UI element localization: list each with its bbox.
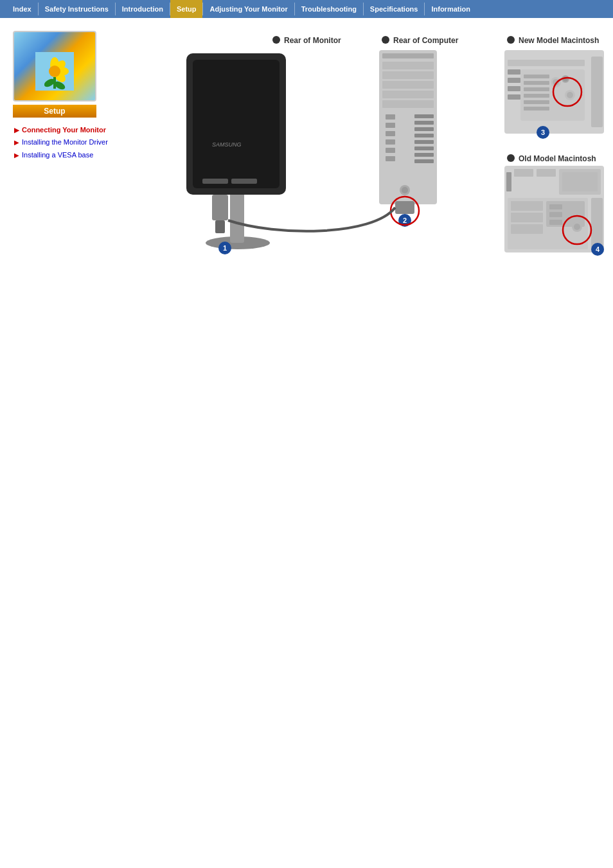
svg-rect-80 bbox=[514, 169, 533, 177]
svg-rect-62 bbox=[524, 81, 549, 85]
svg-rect-43 bbox=[414, 127, 434, 131]
svg-rect-88 bbox=[511, 224, 543, 234]
svg-text:4: 4 bbox=[596, 245, 600, 253]
flower-icon bbox=[35, 52, 74, 91]
svg-text:SAMSUNG: SAMSUNG bbox=[212, 141, 242, 148]
svg-rect-32 bbox=[382, 100, 434, 108]
nav-adjusting[interactable]: Adjusting Your Monitor bbox=[203, 0, 294, 18]
sidebar-item-vesa[interactable]: ▶ Installing a VESA base bbox=[13, 150, 129, 160]
svg-rect-28 bbox=[382, 62, 434, 69]
sidebar-link-vesa-text: Installing a VESA base bbox=[22, 150, 93, 160]
svg-rect-30 bbox=[382, 81, 434, 89]
svg-point-76 bbox=[507, 154, 515, 162]
svg-rect-38 bbox=[386, 156, 395, 161]
svg-text:2: 2 bbox=[403, 217, 407, 224]
sidebar-link-driver[interactable]: ▶ Installing the Monitor Driver bbox=[14, 137, 129, 147]
nav-setup[interactable]: Setup bbox=[170, 0, 203, 18]
svg-point-9 bbox=[272, 36, 280, 44]
svg-rect-48 bbox=[414, 159, 434, 163]
svg-rect-49 bbox=[395, 201, 414, 214]
svg-point-11 bbox=[382, 36, 389, 44]
svg-rect-56 bbox=[508, 69, 520, 75]
svg-text:Rear of Monitor: Rear of Monitor bbox=[284, 36, 341, 45]
svg-text:New Model Macintosh: New Model Macintosh bbox=[519, 36, 599, 45]
svg-point-94 bbox=[574, 224, 580, 230]
svg-rect-16 bbox=[230, 191, 244, 243]
svg-rect-63 bbox=[524, 87, 549, 91]
svg-rect-31 bbox=[382, 91, 434, 98]
svg-rect-57 bbox=[508, 78, 520, 83]
navigation-bar: Index Safety Instructions Introduction S… bbox=[0, 0, 613, 18]
svg-text:Old Model Macintosh: Old Model Macintosh bbox=[519, 154, 596, 163]
svg-rect-92 bbox=[549, 220, 562, 225]
svg-rect-90 bbox=[549, 204, 562, 209]
svg-rect-27 bbox=[382, 53, 434, 58]
svg-rect-29 bbox=[382, 71, 434, 79]
svg-text:Rear of Computer: Rear of Computer bbox=[393, 36, 459, 45]
svg-rect-33 bbox=[386, 114, 395, 120]
svg-rect-83 bbox=[562, 172, 598, 191]
svg-rect-81 bbox=[537, 169, 556, 177]
svg-point-13 bbox=[507, 36, 515, 44]
svg-rect-47 bbox=[414, 153, 434, 157]
svg-rect-22 bbox=[212, 195, 228, 220]
sidebar-link-connecting-text: Connecting Your Monitor bbox=[22, 125, 106, 135]
arrow-icon-driver: ▶ bbox=[14, 138, 19, 147]
svg-point-70 bbox=[567, 92, 573, 98]
sidebar: Setup ▶ Connecting Your Monitor ▶ Instal… bbox=[13, 31, 129, 264]
svg-rect-87 bbox=[511, 213, 543, 222]
nav-troubleshooting[interactable]: Troubleshooting bbox=[295, 0, 363, 18]
sidebar-link-connecting[interactable]: ▶ Connecting Your Monitor bbox=[14, 125, 129, 135]
svg-rect-54 bbox=[591, 57, 603, 127]
nav-index[interactable]: Index bbox=[6, 0, 38, 18]
arrow-icon-vesa: ▶ bbox=[14, 151, 19, 160]
sidebar-navigation: ▶ Connecting Your Monitor ▶ Installing t… bbox=[13, 125, 129, 160]
svg-rect-23 bbox=[215, 220, 225, 233]
svg-rect-66 bbox=[524, 107, 549, 111]
nav-safety[interactable]: Safety Instructions bbox=[39, 0, 115, 18]
setup-image bbox=[13, 31, 96, 102]
svg-rect-61 bbox=[524, 75, 549, 78]
svg-rect-45 bbox=[414, 140, 434, 144]
svg-text:3: 3 bbox=[541, 128, 545, 136]
svg-rect-37 bbox=[386, 148, 395, 153]
diagram-area: Rear of Monitor Rear of Computer New Mod… bbox=[129, 31, 610, 264]
sidebar-link-vesa[interactable]: ▶ Installing a VESA base bbox=[14, 150, 129, 160]
svg-point-40 bbox=[402, 187, 408, 193]
sidebar-label: Setup bbox=[13, 105, 96, 118]
svg-rect-20 bbox=[202, 179, 228, 184]
svg-rect-21 bbox=[231, 179, 257, 184]
svg-rect-59 bbox=[508, 94, 520, 100]
main-content: Setup ▶ Connecting Your Monitor ▶ Instal… bbox=[0, 18, 613, 277]
svg-rect-65 bbox=[524, 100, 549, 104]
svg-rect-35 bbox=[386, 131, 395, 136]
svg-rect-18 bbox=[193, 60, 280, 188]
svg-point-5 bbox=[49, 66, 60, 77]
connection-diagram: Rear of Monitor Rear of Computer New Mod… bbox=[148, 31, 610, 262]
svg-rect-34 bbox=[386, 123, 395, 128]
nav-specifications[interactable]: Specifications bbox=[364, 0, 425, 18]
arrow-icon-connecting: ▶ bbox=[14, 126, 19, 135]
svg-text:1: 1 bbox=[223, 244, 227, 252]
svg-rect-55 bbox=[508, 60, 585, 66]
svg-rect-91 bbox=[549, 212, 562, 217]
svg-rect-84 bbox=[591, 198, 603, 249]
svg-rect-36 bbox=[386, 139, 395, 145]
svg-rect-41 bbox=[414, 114, 434, 118]
svg-rect-58 bbox=[508, 86, 520, 91]
sidebar-link-driver-text: Installing the Monitor Driver bbox=[22, 137, 108, 147]
svg-rect-44 bbox=[414, 134, 434, 137]
nav-introduction[interactable]: Introduction bbox=[116, 0, 170, 18]
nav-information[interactable]: Information bbox=[425, 0, 477, 18]
svg-rect-42 bbox=[414, 121, 434, 125]
svg-rect-79 bbox=[506, 172, 511, 191]
sidebar-item-connecting[interactable]: ▶ Connecting Your Monitor bbox=[13, 125, 129, 135]
sidebar-item-driver[interactable]: ▶ Installing the Monitor Driver bbox=[13, 137, 129, 147]
svg-rect-46 bbox=[414, 146, 434, 150]
svg-rect-86 bbox=[511, 201, 543, 211]
svg-rect-64 bbox=[524, 94, 549, 98]
